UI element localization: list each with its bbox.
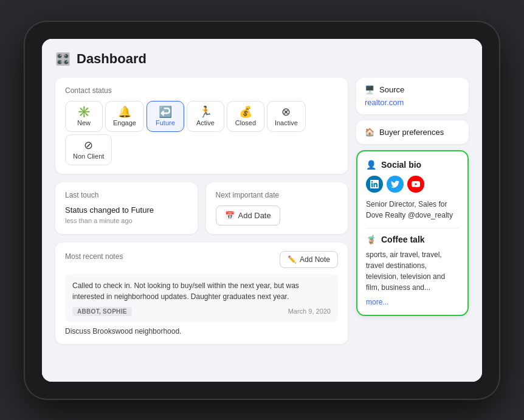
coffee-talk-text: sports, air travel, travel, travel desti… [366,249,459,293]
social-bio-card: 👤 Social bio [356,150,469,316]
tab-active-label: Active [196,119,215,126]
tab-nonclient[interactable]: ⊘ Non Client [65,134,112,165]
next-date-label: Next important date [216,191,339,199]
new-icon: ✳️ [77,106,91,117]
closed-icon: 💰 [239,106,252,117]
status-tabs: ✳️ New 🔔 Engage ↩️ Future [65,101,338,165]
touch-date-row: Last touch Status changed to Future less… [55,182,348,234]
tab-nonclient-label: Non Client [73,153,104,160]
inactive-icon: ⊗ [281,106,291,117]
future-icon: ↩️ [159,106,172,117]
add-note-button[interactable]: ✏️ Add Note [280,251,338,268]
social-bio-header: 👤 Social bio [366,160,459,170]
more-link[interactable]: more... [366,298,459,306]
tab-closed-label: Closed [235,119,256,126]
source-header: 🖥️ Source [365,85,460,94]
source-value[interactable]: realtor.com [365,98,460,107]
buyer-pref-label: Buyer preferences [379,128,444,137]
tab-inactive-label: Inactive [275,119,298,126]
source-label: Source [379,85,404,94]
last-touch-label: Last touch [65,191,188,199]
last-touch-status: Status changed to Future [65,205,188,215]
last-touch-time: less than a minute ago [65,217,188,224]
coffee-talk-header: 🧋 Coffee talk [366,235,459,244]
notes-label: Most recent notes [65,252,123,261]
tab-closed[interactable]: 💰 Closed [227,101,264,132]
last-touch-card: Last touch Status changed to Future less… [55,182,198,234]
note-tag-1: ABBOT, SOPHIE [72,307,132,316]
note-text-1: Called to check in. Not looking to buy/s… [72,280,331,302]
tab-future-label: Future [156,119,175,126]
note-date-1: March 9, 2020 [288,308,331,315]
social-bio-icon: 👤 [366,160,376,170]
add-note-label: Add Note [300,255,330,264]
linkedin-icon[interactable] [366,176,383,193]
buyer-preferences-card[interactable]: 🏠 Buyer preferences [356,120,469,144]
tab-active[interactable]: 🏃 Active [187,101,224,132]
tab-inactive[interactable]: ⊗ Inactive [267,101,306,132]
coffee-talk-label: Coffee talk [381,235,425,244]
tablet-frame: 🎛️ Dashboard Contact status ✳️ New [25,22,499,399]
contact-status-card: Contact status ✳️ New 🔔 Engage [55,78,348,174]
dashboard-area: 🎛️ Dashboard Contact status ✳️ New [42,39,482,382]
active-icon: 🏃 [199,106,212,117]
twitter-icon[interactable] [387,176,404,193]
notes-header: Most recent notes ✏️ Add Note [65,251,338,268]
add-date-icon: 📅 [225,211,235,220]
source-icon: 🖥️ [365,85,374,94]
note-footer-1: ABBOT, SOPHIE March 9, 2020 [72,307,331,316]
page-title: Dashboard [77,51,147,67]
note-item-1: Called to check in. Not looking to buy/s… [65,274,338,322]
notes-card: Most recent notes ✏️ Add Note Called to … [55,243,348,344]
contact-status-label: Contact status [65,86,338,95]
main-grid: Contact status ✳️ New 🔔 Engage [55,78,469,344]
tablet-screen: 🎛️ Dashboard Contact status ✳️ New [42,39,482,382]
social-icons-row [366,176,459,193]
add-note-icon: ✏️ [288,255,297,264]
right-column: 🖥️ Source realtor.com 🏠 Buyer preference… [356,78,469,344]
left-column: Contact status ✳️ New 🔔 Engage [55,78,348,344]
tab-engage-label: Engage [113,119,136,126]
dashboard-icon: 🎛️ [55,52,71,66]
buyer-pref-icon: 🏠 [365,128,374,137]
add-date-label: Add Date [238,211,271,220]
youtube-icon[interactable] [407,176,424,193]
page-title-row: 🎛️ Dashboard [55,51,469,67]
tab-new[interactable]: ✳️ New [65,101,103,132]
add-date-button[interactable]: 📅 Add Date [216,205,280,225]
next-date-card: Next important date 📅 Add Date [206,182,348,234]
coffee-icon: 🧋 [366,235,376,244]
tab-new-label: New [77,119,91,126]
social-bio-label: Social bio [381,160,421,170]
tab-future[interactable]: ↩️ Future [147,101,184,132]
social-bio-text: Senior Director, Sales for Dove Realty @… [366,199,459,221]
tab-engage[interactable]: 🔔 Engage [105,101,144,132]
note-discuss: Discuss Brookswood neighborhood. [65,327,338,336]
nonclient-icon: ⊘ [84,140,93,151]
engage-icon: 🔔 [118,106,131,117]
divider [366,228,459,229]
source-card: 🖥️ Source realtor.com [356,78,469,114]
